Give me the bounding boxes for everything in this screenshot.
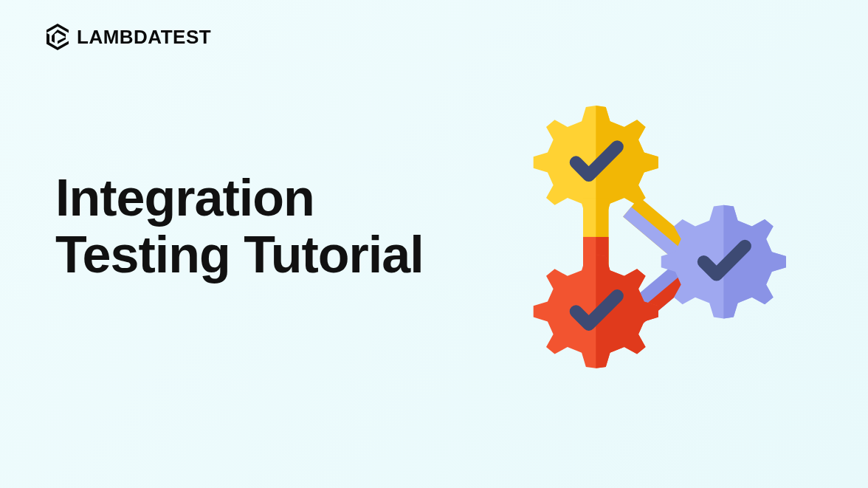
brand-logo: LAMBDATEST	[44, 22, 211, 52]
gears-illustration	[447, 70, 830, 439]
heading-line-2: Testing Tutorial	[55, 227, 424, 283]
gear-red-icon	[534, 255, 658, 368]
brand-name: LAMBDATEST	[77, 26, 211, 49]
gear-purple-icon	[661, 205, 786, 319]
lambdatest-logo-icon	[44, 22, 71, 52]
page-title: Integration Testing Tutorial	[55, 170, 424, 283]
heading-line-1: Integration	[55, 170, 424, 227]
